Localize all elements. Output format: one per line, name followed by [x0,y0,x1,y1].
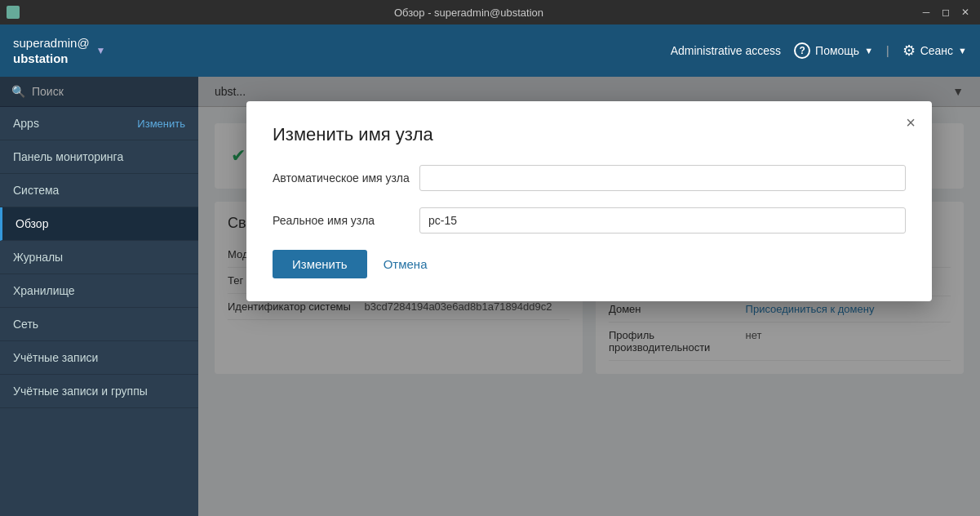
modal-overlay: Изменить имя узла × Автоматическое имя у… [198,77,980,516]
user-menu-chevron-icon: ▼ [96,45,106,56]
titlebar-title: Обзор - superadmin@ubstation [20,7,918,19]
sidebar-item-apps[interactable]: Apps Изменить [0,107,198,140]
sidebar-item-accounts[interactable]: Учётные записи [0,341,198,375]
system-label: Система [13,184,59,197]
admin-access-label: Administrative access [671,44,781,57]
header-right: Administrative access ? Помощь ▼ | ⚙ Сеа… [671,42,967,60]
sidebar-item-overview[interactable]: Обзор [0,207,198,241]
search-label: Поиск [32,85,64,98]
close-button[interactable]: ✕ [957,4,973,20]
search-box[interactable]: 🔍 Поиск [0,77,198,107]
search-icon: 🔍 [11,85,25,98]
header: superadmin@ ubstation ▼ Administrative a… [0,24,980,77]
auto-hostname-input[interactable] [419,165,906,191]
minimize-button[interactable]: ─ [918,4,934,20]
storage-label: Хранилище [13,284,75,297]
dialog-close-button[interactable]: × [906,114,916,131]
overview-label: Обзор [16,217,48,230]
cancel-button[interactable]: Отмена [384,250,428,278]
username: superadmin@ ubstation [13,35,90,67]
sidebar-item-system[interactable]: Система [0,174,198,207]
real-hostname-input[interactable] [419,207,906,234]
accounts-label: Учётные записи [13,351,98,364]
session-button[interactable]: ⚙ Сеанс ▼ [902,42,967,60]
dialog-actions: Изменить Отмена [273,250,906,278]
submit-button[interactable]: Изменить [273,250,367,278]
body: 🔍 Поиск Apps Изменить Панель мониторинга… [0,77,980,516]
sidebar-item-monitoring[interactable]: Панель мониторинга [0,140,198,174]
auto-hostname-label: Автоматическое имя узла [273,165,419,185]
auto-hostname-row: Автоматическое имя узла [273,165,906,191]
sidebar-item-accounts-groups[interactable]: Учётные записи и группы [0,375,198,408]
apps-label: Apps [13,117,39,130]
apps-edit-link[interactable]: Изменить [137,118,185,130]
logs-label: Журналы [13,251,63,264]
accounts-groups-label: Учётные записи и группы [13,385,148,398]
monitoring-label: Панель мониторинга [13,150,123,163]
maximize-button[interactable]: ◻ [938,4,954,20]
help-circle-icon: ? [794,42,810,59]
sidebar: 🔍 Поиск Apps Изменить Панель мониторинга… [0,77,198,516]
session-label: Сеанс [920,44,953,57]
gear-icon: ⚙ [902,42,916,60]
titlebar-controls: ─ ◻ ✕ [918,4,973,20]
app: superadmin@ ubstation ▼ Administrative a… [0,24,980,516]
app-icon [7,6,20,19]
help-label: Помощь [815,44,859,57]
real-hostname-label: Реальное имя узла [273,207,419,227]
sidebar-item-network[interactable]: Сеть [0,308,198,341]
help-chevron-icon: ▼ [864,46,873,56]
session-chevron-icon: ▼ [958,46,967,56]
content: ubst... ▼ ✔ Сведения о системе Модель [198,77,980,516]
titlebar: Обзор - superadmin@ubstation ─ ◻ ✕ [0,0,980,24]
help-button[interactable]: ? Помощь ▼ [794,42,873,59]
user-menu[interactable]: superadmin@ ubstation ▼ [13,35,106,67]
dialog-title: Изменить имя узла [273,124,906,145]
sidebar-item-storage[interactable]: Хранилище [0,274,198,308]
real-hostname-row: Реальное имя узла [273,207,906,234]
sidebar-item-logs[interactable]: Журналы [0,241,198,274]
network-label: Сеть [13,318,38,331]
change-hostname-dialog: Изменить имя узла × Автоматическое имя у… [246,101,932,301]
